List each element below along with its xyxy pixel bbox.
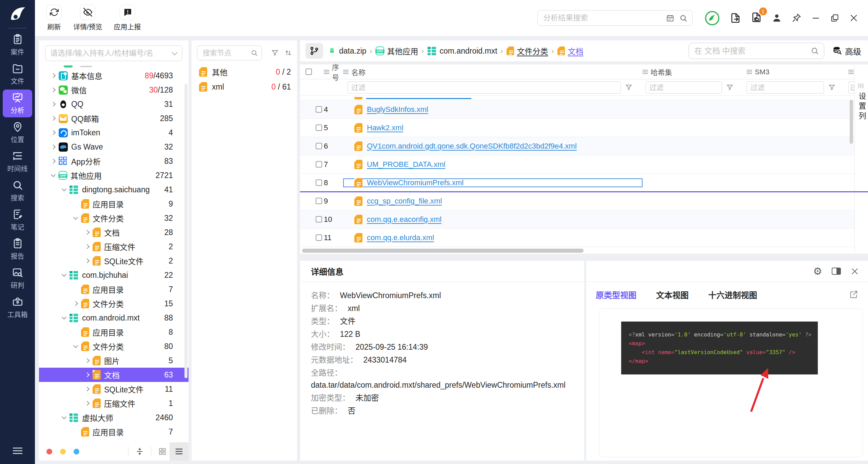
row-checkbox[interactable] [316,234,322,241]
chevron-icon[interactable] [73,329,78,335]
chevron-icon[interactable] [51,73,56,78]
app-report-button[interactable]: 应用上报 [114,5,141,32]
tab-prototype-view[interactable]: 原类型视图 [596,289,636,301]
header-name[interactable]: 名称 [343,67,643,77]
sidebar-item-toolbox[interactable]: 工具箱 [0,293,35,322]
chevron-icon[interactable] [73,344,78,349]
chevron-icon[interactable] [84,386,90,392]
sort-icon[interactable] [284,49,292,57]
chevron-icon[interactable] [51,173,56,178]
chevron-icon[interactable] [51,101,56,107]
table-row[interactable]: 10 com.qq.e.eaconfig.xml [300,210,868,229]
chevron-icon[interactable] [73,429,78,434]
header-sm3[interactable]: SM3 [747,68,848,76]
tree-item[interactable]: 文件分类 15 [39,296,189,311]
table-row[interactable]: 9 ccg_sp_config_file.xml [300,192,868,210]
extra-filter-input[interactable] [848,81,854,94]
maximize-restore-icon[interactable] [830,13,840,23]
red-dot-filter[interactable] [46,449,52,455]
tree-item[interactable]: com.bjchuhai 22 [39,268,189,282]
gear-icon[interactable]: ⚙ [813,266,822,276]
advanced-search-button[interactable]: 高级 [832,45,861,57]
hash-filter-input[interactable] [646,81,722,94]
tab-hex-view[interactable]: 十六进制视图 [708,289,757,301]
report-upload-wrap[interactable]: 1 [751,12,762,24]
tree-item[interactable]: 虚拟大师 2460 [39,410,189,425]
tree-item[interactable]: 压缩文件 1 [39,396,189,410]
file-link[interactable]: Hawk2.xml [367,123,403,132]
horizontal-scroll-thumb[interactable] [302,249,584,253]
row-checkbox[interactable] [316,124,322,131]
blue-dot-filter[interactable] [74,449,79,455]
sidebar-item-location[interactable]: 位置 [0,118,35,147]
tree-item[interactable]: 图片 5 [39,353,189,368]
filter-funnel-icon[interactable] [828,83,836,91]
tree-item[interactable]: 其他应用 2721 [39,168,189,182]
file-link[interactable]: UM_PROBE_DATA.xml [367,160,445,169]
filter-funnel-icon[interactable] [271,49,279,57]
holder-select-input[interactable] [50,49,171,58]
calendar-icon[interactable] [666,14,674,22]
tree-item[interactable]: Gs Wave 32 [39,140,189,154]
table-row[interactable]: 4 BuglySdkInfos.xml [300,100,868,119]
file-link[interactable]: WebViewChromiumPrefs.xml [367,178,463,187]
sidebar-item-cases[interactable]: 案件 [0,31,35,60]
branch-view-button[interactable] [305,43,323,59]
column-settings-strip[interactable]: 设置列 [854,64,868,254]
detail-preview-button[interactable]: 详情/预览 [73,5,102,32]
refresh-button[interactable]: 刷新 [46,5,62,32]
chevron-icon[interactable] [84,401,90,406]
table-row[interactable]: 11 com.qq.e.elurda.xml [300,229,868,247]
user-icon[interactable] [772,13,782,23]
sm3-filter-input[interactable] [747,81,824,94]
chevron-icon[interactable] [61,187,67,192]
close-icon[interactable] [849,13,859,23]
chevron-icon[interactable] [61,272,67,278]
chevron-icon[interactable] [61,415,67,420]
tree-item[interactable]: QQ邮箱 285 [39,111,189,125]
yellow-dot-filter[interactable] [60,449,66,455]
scoped-search-box[interactable] [689,43,824,59]
tree-scrollbar[interactable] [184,84,188,378]
file-link[interactable]: QV1com.android.gdt.qone.sdk.QoneSDKfb8f2… [367,142,577,151]
tree-item[interactable]: 基本信息 89/4693 [39,69,189,83]
chevron-icon[interactable] [73,301,78,306]
search-icon[interactable] [810,46,819,55]
chevron-icon[interactable] [51,87,56,93]
sidebar-item-reports[interactable]: 报告 [0,235,35,264]
grid-view-button[interactable] [155,444,170,459]
pin-icon[interactable] [791,13,802,23]
tree-item[interactable]: 应用目录 7 [39,425,189,439]
table-row[interactable]: 5 Hawk2.xml [300,119,868,137]
sidebar-item-analysis[interactable]: 分析 [3,90,32,117]
node-type-item[interactable]: xml 0 / 61 [192,79,297,94]
chevron-icon[interactable] [51,158,56,164]
tree-item[interactable]: 应用目录 9 [39,197,189,211]
chevron-icon[interactable] [73,201,78,207]
open-external-icon[interactable] [849,290,859,299]
node-search-input[interactable] [202,49,251,57]
tree-item[interactable]: 文档 28 [39,225,189,239]
tree-item[interactable]: 应用目录 8 [39,325,189,339]
tree-item[interactable]: 文档 63 [39,368,189,382]
header-hash[interactable]: 哈希集 [643,67,747,77]
filter-funnel-icon[interactable] [726,83,734,91]
row-checkbox[interactable] [316,179,322,186]
row-checkbox[interactable] [316,106,322,113]
tree-item[interactable]: 压缩文件 2 [39,239,189,254]
table-row[interactable]: 6 QV1com.android.gdt.qone.sdk.QoneSDKfb8… [300,137,868,155]
sidebar-item-files[interactable]: 文件 [0,60,35,89]
node-type-item[interactable]: 其他 0 / 2 [192,64,297,79]
chevron-icon[interactable] [84,244,90,249]
breadcrumb-item-datazip[interactable]: data.zip [328,46,367,56]
file-link[interactable]: ccg_sp_config_file.xml [367,197,442,206]
tab-text-view[interactable]: 文本视图 [656,289,689,301]
breadcrumb-item-docs[interactable]: 文档 [557,45,584,57]
chevron-icon[interactable] [61,315,67,321]
select-all-checkbox[interactable] [305,69,312,75]
scoped-search-input[interactable] [694,46,810,56]
split-panel-icon[interactable] [832,268,841,275]
chevron-icon[interactable] [73,287,78,292]
chevron-icon[interactable] [84,358,90,363]
close-panel-icon[interactable] [850,267,859,276]
